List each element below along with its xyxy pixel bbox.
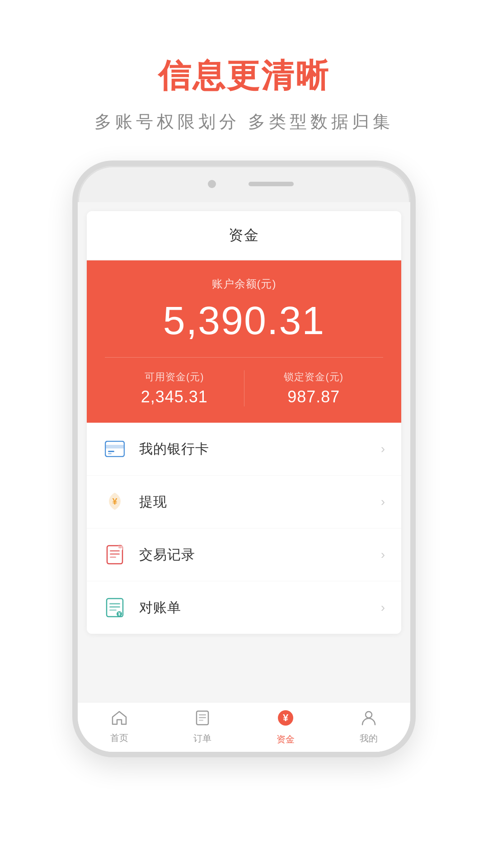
- svg-rect-8: [110, 557, 116, 558]
- nav-item-funds[interactable]: ¥ 资金: [244, 703, 327, 752]
- transaction-icon: [103, 543, 127, 566]
- menu-item-transaction[interactable]: 交易记录 ›: [87, 528, 401, 581]
- home-icon: [112, 710, 127, 729]
- card-header: 资金: [87, 211, 401, 260]
- locked-label: 锁定资金(元): [284, 370, 343, 384]
- transaction-label: 交易记录: [139, 546, 381, 564]
- nav-item-mine[interactable]: 我的: [327, 703, 410, 752]
- bank-card-icon: [103, 437, 127, 461]
- balance-amount: 5,390.31: [105, 297, 383, 344]
- svg-rect-2: [108, 451, 114, 452]
- svg-rect-6: [110, 550, 120, 552]
- locked-funds: 锁定资金(元) 987.87: [244, 370, 384, 406]
- mine-label: 我的: [360, 732, 378, 745]
- statement-label: 对账单: [139, 599, 381, 617]
- funds-icon: ¥: [277, 709, 294, 731]
- svg-rect-18: [199, 714, 206, 716]
- svg-rect-1: [105, 445, 124, 448]
- svg-text:¥: ¥: [112, 496, 117, 506]
- phone-top: [78, 166, 410, 202]
- nav-item-home[interactable]: 首页: [78, 703, 161, 752]
- menu-list: 我的银行卡 › ¥ 提现 ›: [87, 423, 401, 634]
- svg-rect-10: [118, 545, 122, 548]
- svg-rect-19: [199, 717, 206, 718]
- bank-card-arrow: ›: [381, 442, 385, 456]
- statement-icon: ¥: [103, 596, 127, 619]
- phone-camera: [208, 180, 216, 188]
- svg-text:¥: ¥: [283, 712, 289, 723]
- transaction-arrow: ›: [381, 547, 385, 562]
- menu-item-statement[interactable]: ¥ 对账单 ›: [87, 581, 401, 634]
- locked-value: 987.87: [287, 387, 340, 406]
- home-label: 首页: [110, 732, 128, 744]
- balance-section: 账户余额(元) 5,390.31 可用资金(元) 2,345.31 锁定资金(元…: [87, 260, 401, 423]
- phone-frame: 资金 账户余额(元) 5,390.31 可用资金(元) 2,345.31 锁定资…: [72, 160, 416, 757]
- balance-label: 账户余额(元): [105, 277, 383, 291]
- svg-rect-13: [109, 606, 120, 608]
- phone-speaker: [249, 182, 294, 186]
- balance-row: 可用资金(元) 2,345.31 锁定资金(元) 987.87: [105, 357, 383, 406]
- menu-item-bank-card[interactable]: 我的银行卡 ›: [87, 423, 401, 476]
- order-label: 订单: [193, 732, 211, 745]
- phone-screen: 资金 账户余额(元) 5,390.31 可用资金(元) 2,345.31 锁定资…: [78, 202, 410, 752]
- bottom-nav: 首页 订单 ¥: [78, 702, 410, 752]
- svg-point-23: [366, 712, 372, 718]
- available-value: 2,345.31: [141, 387, 208, 406]
- withdraw-label: 提现: [139, 493, 381, 511]
- svg-text:¥: ¥: [118, 612, 121, 617]
- available-funds: 可用资金(元) 2,345.31: [105, 370, 244, 406]
- svg-rect-0: [105, 441, 124, 457]
- mine-icon: [361, 710, 376, 730]
- bank-card-label: 我的银行卡: [139, 440, 381, 458]
- funds-card: 资金 账户余额(元) 5,390.31 可用资金(元) 2,345.31 锁定资…: [87, 211, 401, 634]
- withdraw-icon: ¥: [103, 490, 127, 514]
- order-icon: [196, 710, 209, 730]
- nav-item-order[interactable]: 订单: [161, 703, 244, 752]
- svg-rect-14: [109, 609, 117, 611]
- funds-nav-label: 资金: [277, 733, 295, 745]
- hero-subtitle: 多账号权限划分 多类型数据归集: [94, 110, 394, 133]
- available-label: 可用资金(元): [145, 370, 204, 384]
- svg-rect-12: [109, 603, 120, 604]
- svg-rect-20: [199, 720, 203, 721]
- hero-section: 信息更清晰 多账号权限划分 多类型数据归集: [0, 0, 488, 160]
- hero-title: 信息更清晰: [158, 54, 330, 98]
- withdraw-arrow: ›: [381, 495, 385, 509]
- menu-item-withdraw[interactable]: ¥ 提现 ›: [87, 476, 401, 528]
- card-title: 资金: [229, 227, 259, 243]
- svg-rect-7: [110, 553, 120, 555]
- app-content: 资金 账户余额(元) 5,390.31 可用资金(元) 2,345.31 锁定资…: [78, 202, 410, 702]
- svg-rect-3: [108, 453, 112, 454]
- statement-arrow: ›: [381, 600, 385, 615]
